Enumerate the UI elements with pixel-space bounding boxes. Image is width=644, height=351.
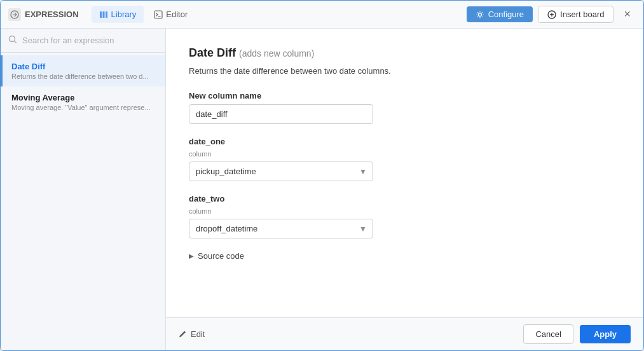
footer-right: Cancel Apply <box>523 324 631 344</box>
field-date-one-sublabel: column <box>189 150 620 158</box>
expression-description: Returns the date difference between two … <box>189 66 620 76</box>
svg-rect-3 <box>106 11 107 18</box>
configure-label: Configure <box>488 10 524 19</box>
configure-button[interactable]: Configure <box>467 6 533 22</box>
tab-library[interactable]: Library <box>92 6 144 23</box>
field-new-column-name-label: New column name <box>189 91 620 100</box>
new-column-name-input[interactable] <box>189 104 373 124</box>
source-code-toggle[interactable]: ▶ Source code <box>189 251 620 261</box>
svg-rect-1 <box>100 11 102 18</box>
sidebar: Date Diff Returns the date difference be… <box>1 29 166 350</box>
edit-icon <box>179 330 187 338</box>
logo-icon <box>8 8 21 21</box>
apply-button[interactable]: Apply <box>580 325 631 343</box>
svg-rect-4 <box>154 11 162 18</box>
main: Date Diff (adds new column) Returns the … <box>166 29 643 350</box>
expression-badge: (adds new column) <box>239 48 314 59</box>
sidebar-item-moving-average[interactable]: Moving Average Moving average. "Value" a… <box>1 86 165 118</box>
expression-dialog: EXPRESSION Library Editor <box>0 0 644 351</box>
main-content: Date Diff (adds new column) Returns the … <box>166 29 643 317</box>
search-input[interactable] <box>22 36 158 45</box>
close-button[interactable]: × <box>619 5 636 24</box>
date-one-select-wrapper: pickup_datetime dropoff_datetime ▼ <box>189 162 373 181</box>
source-code-label: Source code <box>198 251 244 261</box>
tab-editor-label: Editor <box>166 10 188 19</box>
field-date-two-sublabel: column <box>189 207 620 215</box>
logo: EXPRESSION <box>8 8 79 21</box>
svg-point-5 <box>478 13 481 16</box>
search-icon <box>8 35 17 46</box>
sidebar-item-moving-average-title: Moving Average <box>11 93 156 102</box>
header: EXPRESSION Library Editor <box>1 1 643 29</box>
header-actions: Configure Insert board × <box>467 5 636 24</box>
footer: Edit Cancel Apply <box>166 317 643 350</box>
tab-library-label: Library <box>111 10 137 19</box>
sidebar-item-date-diff-desc: Returns the date difference between two … <box>11 72 156 80</box>
plus-circle-icon <box>547 10 556 19</box>
edit-button[interactable]: Edit <box>179 329 205 339</box>
insert-board-button[interactable]: Insert board <box>538 6 613 23</box>
svg-rect-2 <box>102 11 104 18</box>
header-tabs: Library Editor <box>92 6 467 23</box>
sidebar-item-date-diff-title: Date Diff <box>11 62 156 71</box>
search-box <box>1 29 165 53</box>
editor-icon <box>154 10 163 19</box>
expression-title: Date Diff (adds new column) <box>189 46 620 60</box>
field-date-one-label: date_one <box>189 137 620 146</box>
cancel-button[interactable]: Cancel <box>523 324 573 344</box>
tab-editor[interactable]: Editor <box>146 6 195 23</box>
field-date-one: date_one column pickup_datetime dropoff_… <box>189 137 620 181</box>
field-date-two: date_two column pickup_datetime dropoff_… <box>189 194 620 238</box>
sidebar-list: Date Diff Returns the date difference be… <box>1 53 165 350</box>
logo-label: EXPRESSION <box>25 10 79 19</box>
date-one-select[interactable]: pickup_datetime dropoff_datetime <box>189 162 373 181</box>
field-date-two-label: date_two <box>189 194 620 203</box>
source-code-chevron-icon: ▶ <box>189 252 194 259</box>
date-two-select-wrapper: pickup_datetime dropoff_datetime ▼ <box>189 219 373 238</box>
field-new-column-name: New column name <box>189 91 620 124</box>
sidebar-item-date-diff[interactable]: Date Diff Returns the date difference be… <box>1 55 165 86</box>
sidebar-item-moving-average-desc: Moving average. "Value" argument represe… <box>11 104 156 111</box>
date-two-select[interactable]: pickup_datetime dropoff_datetime <box>189 219 373 238</box>
insert-board-label: Insert board <box>560 10 604 19</box>
edit-label: Edit <box>191 329 205 339</box>
body: Date Diff Returns the date difference be… <box>1 29 643 350</box>
gear-icon <box>476 10 484 19</box>
library-icon <box>99 10 108 19</box>
